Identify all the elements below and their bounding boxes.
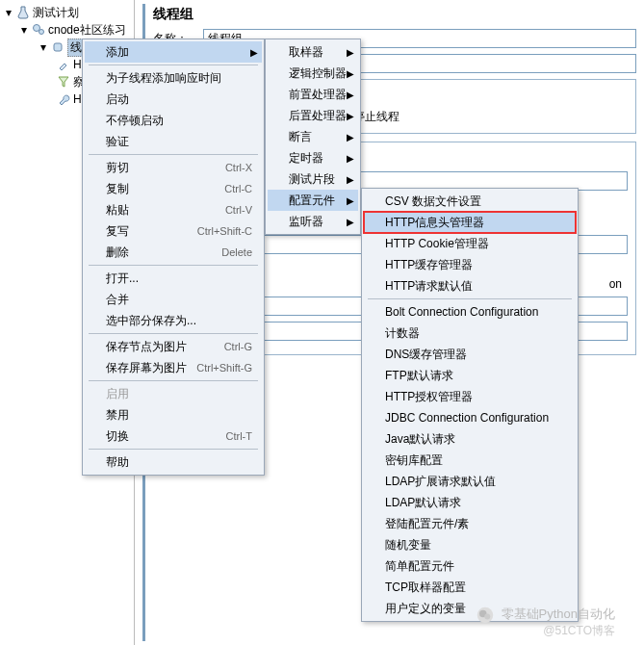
- menu-item-copy[interactable]: 复制Ctrl-C: [85, 178, 262, 199]
- menu-item-merge[interactable]: 合并: [85, 289, 262, 310]
- wrench-icon: [56, 91, 71, 107]
- menu-item-logic-controller[interactable]: 逻辑控制器▶: [268, 63, 358, 84]
- flask-icon: [15, 5, 31, 20]
- menu-item-duplicate[interactable]: 复写Ctrl+Shift-C: [85, 220, 262, 242]
- menu-separator: [89, 265, 258, 266]
- menu-item-help[interactable]: 帮助: [85, 452, 262, 473]
- tree-label: 测试计划: [33, 5, 79, 21]
- menu-item-dns-cache-manager[interactable]: DNS缓存管理器: [364, 344, 576, 365]
- menu-item-http-request-defaults[interactable]: HTTP请求默认值: [364, 275, 576, 297]
- menu-item-toggle[interactable]: 切换Ctrl-T: [85, 426, 262, 447]
- menu-separator: [368, 298, 572, 299]
- menu-item-http-cache-manager[interactable]: HTTP缓存管理器: [364, 254, 576, 275]
- collapse-icon[interactable]: ▾: [19, 25, 29, 35]
- menu-item-save-screen-image[interactable]: 保存屏幕为图片Ctrl+Shift-G: [85, 357, 262, 378]
- menu-item-bolt-config[interactable]: Bolt Connection Configuration: [364, 301, 576, 322]
- menu-item-tcp-sampler-config[interactable]: TCP取样器配置: [364, 577, 576, 598]
- menu-item-sampler[interactable]: 取样器▶: [268, 41, 358, 63]
- tree-item-cnode[interactable]: ▾ cnode社区练习: [0, 21, 134, 39]
- funnel-icon: [56, 74, 71, 90]
- menu-item-pre-processor[interactable]: 前置处理器▶: [268, 84, 358, 105]
- chevron-right-icon: ▶: [347, 217, 354, 227]
- menu-item-assertion[interactable]: 断言▶: [268, 126, 358, 147]
- menu-item-user-defined-vars[interactable]: 用户定义的变量: [364, 598, 576, 619]
- chevron-right-icon: ▶: [347, 153, 354, 164]
- context-menu-config-elements: CSV 数据文件设置 HTTP信息头管理器 HTTP Cookie管理器 HTT…: [361, 188, 579, 622]
- dropper-icon: [56, 57, 71, 72]
- menu-item-config-element[interactable]: 配置元件▶: [268, 190, 358, 211]
- svg-point-1: [39, 30, 44, 35]
- svg-rect-2: [54, 43, 62, 51]
- menu-item-add-response-time[interactable]: 为子线程添加响应时间: [85, 67, 262, 89]
- menu-separator: [89, 449, 258, 450]
- collapse-icon[interactable]: ▾: [4, 8, 13, 17]
- chevron-right-icon: ▶: [347, 174, 354, 185]
- menu-item-start-no-pause[interactable]: 不停顿启动: [85, 110, 262, 131]
- menu-separator: [89, 380, 258, 381]
- menu-item-enable: 启用: [85, 383, 262, 404]
- chevron-right-icon: ▶: [347, 47, 354, 58]
- spool-icon: [50, 39, 65, 55]
- menu-separator: [89, 64, 258, 65]
- menu-item-start[interactable]: 启动: [85, 89, 262, 110]
- menu-item-jdbc-config[interactable]: JDBC Connection Configuration: [364, 407, 576, 428]
- menu-item-listener[interactable]: 监听器▶: [268, 211, 358, 232]
- menu-item-keystore-config[interactable]: 密钥库配置: [364, 450, 576, 471]
- menu-item-random-variable[interactable]: 随机变量: [364, 534, 576, 555]
- menu-item-login-config[interactable]: 登陆配置元件/素: [364, 513, 576, 534]
- menu-item-ldap-defaults[interactable]: LDAP默认请求: [364, 492, 576, 513]
- menu-item-delete[interactable]: 删除Delete: [85, 242, 262, 263]
- on-text: on: [609, 277, 628, 291]
- menu-item-http-header-manager[interactable]: HTTP信息头管理器: [364, 212, 576, 233]
- menu-item-validate[interactable]: 验证: [85, 131, 262, 152]
- menu-item-save-selection-as[interactable]: 选中部分保存为...: [85, 310, 262, 331]
- menu-separator: [89, 154, 258, 155]
- menu-item-http-cookie-manager[interactable]: HTTP Cookie管理器: [364, 233, 576, 254]
- menu-item-paste[interactable]: 粘贴Ctrl-V: [85, 199, 262, 220]
- menu-item-timer[interactable]: 定时器▶: [268, 147, 358, 168]
- menu-item-counter[interactable]: 计数器: [364, 322, 576, 344]
- context-menu-add: 取样器▶ 逻辑控制器▶ 前置处理器▶ 后置处理器▶ 断言▶ 定时器▶ 测试片段▶…: [265, 39, 361, 235]
- menu-item-disable[interactable]: 禁用: [85, 404, 262, 426]
- menu-item-ldap-ext-defaults[interactable]: LDAP扩展请求默认值: [364, 471, 576, 492]
- menu-item-post-processor[interactable]: 后置处理器▶: [268, 105, 358, 126]
- gears-icon: [31, 22, 46, 38]
- chevron-right-icon: ▶: [347, 90, 354, 100]
- menu-item-cut[interactable]: 剪切Ctrl-X: [85, 157, 262, 178]
- menu-separator: [89, 333, 258, 334]
- chevron-right-icon: ▶: [347, 68, 354, 79]
- menu-item-simple-config[interactable]: 简单配置元件: [364, 555, 576, 577]
- menu-item-csv-data-set[interactable]: CSV 数据文件设置: [364, 191, 576, 212]
- chevron-right-icon: ▶: [347, 195, 354, 206]
- chevron-right-icon: ▶: [347, 132, 354, 142]
- collapse-icon[interactable]: ▾: [39, 42, 48, 52]
- tree-root[interactable]: ▾ 测试计划: [0, 4, 134, 21]
- menu-item-java-defaults[interactable]: Java默认请求: [364, 428, 576, 450]
- tree-label: cnode社区练习: [48, 22, 126, 39]
- menu-item-save-node-image[interactable]: 保存节点为图片Ctrl-G: [85, 336, 262, 357]
- menu-item-test-fragment[interactable]: 测试片段▶: [268, 168, 358, 190]
- chevron-right-icon: ▶: [250, 47, 258, 58]
- page-title: 线程组: [153, 4, 636, 29]
- menu-item-add[interactable]: 添加▶: [85, 41, 262, 63]
- context-menu-main: 添加▶ 为子线程添加响应时间 启动 不停顿启动 验证 剪切Ctrl-X 复制Ct…: [82, 39, 265, 476]
- chevron-right-icon: ▶: [347, 111, 354, 121]
- menu-item-http-auth-manager[interactable]: HTTP授权管理器: [364, 386, 576, 407]
- menu-item-open[interactable]: 打开...: [85, 268, 262, 289]
- menu-item-ftp-defaults[interactable]: FTP默认请求: [364, 365, 576, 386]
